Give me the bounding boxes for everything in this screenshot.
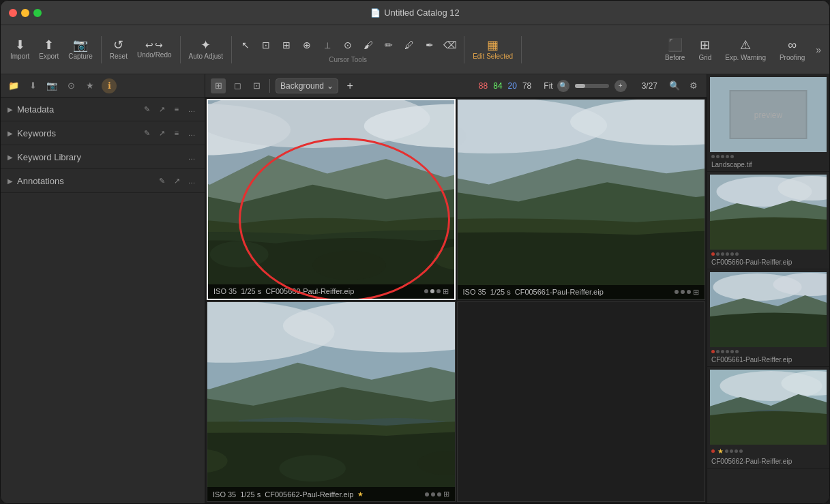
keyword-library-section-header[interactable]: ▶ Keyword Library … <box>1 145 205 168</box>
dot-2 <box>430 289 434 293</box>
more-button[interactable]: » <box>813 42 824 58</box>
zoom-in-button[interactable]: + <box>614 80 627 92</box>
edit-selected-button[interactable]: ▦ Edit Selected <box>469 36 517 63</box>
photo-cell-4[interactable] <box>457 301 706 503</box>
cursor-tool-erase[interactable]: ⌫ <box>441 35 460 55</box>
landscape-svg-2 <box>458 100 705 299</box>
before-button[interactable]: ⬛ Before <box>659 35 690 64</box>
metadata-more-icon[interactable]: … <box>186 103 198 115</box>
keywords-more-icon[interactable]: … <box>186 127 198 139</box>
photo-cell-3[interactable]: ISO 35 1/25 s CF005662-Paul-Reiffer.eip … <box>207 301 456 503</box>
auto-adjust-icon: ✦ <box>201 39 211 51</box>
minimize-button[interactable] <box>21 9 29 17</box>
cursor-tool-spot[interactable]: ⊙ <box>338 35 357 55</box>
sidebar-clone-icon[interactable]: ⊙ <box>63 78 78 93</box>
export-button[interactable]: ⬆ Export <box>35 36 63 63</box>
sidebar-capture-icon[interactable]: 📷 <box>44 78 59 93</box>
filmstrip-dot-4c <box>735 449 738 453</box>
metadata-chevron: ▶ <box>8 106 13 113</box>
cursor-tool-heal[interactable]: 🖊 <box>400 35 419 55</box>
filmstrip-dot-3 <box>721 155 724 158</box>
keyword-library-more-icon[interactable]: … <box>186 151 198 163</box>
keywords-section-header[interactable]: ▶ Keywords ✎ ↗ ≡ … <box>1 121 205 145</box>
background-selector[interactable]: Background ⌄ <box>276 78 338 93</box>
grid-view-button[interactable]: ⊞ <box>211 78 226 93</box>
filmstrip-thumbnail-3 <box>710 272 827 347</box>
keywords-list-icon[interactable]: ≡ <box>171 127 183 139</box>
metadata-list-icon[interactable]: ≡ <box>171 103 183 115</box>
compare-view-button[interactable]: ⊡ <box>249 78 264 93</box>
dot-9 <box>437 492 441 496</box>
annotations-edit-icon[interactable]: ✎ <box>155 175 168 187</box>
sidebar-star-icon[interactable]: ★ <box>83 78 98 93</box>
cursor-tool-straighten[interactable]: ⟂ <box>318 35 337 55</box>
filmstrip-red-dot-3 <box>711 350 715 353</box>
auto-adjust-button[interactable]: ✦ Auto Adjust <box>185 36 228 63</box>
cursor-tool-pencil[interactable]: ✒ <box>420 35 439 55</box>
cursor-tool-select[interactable]: ↖ <box>236 35 255 55</box>
filmstrip-dot-2e <box>735 252 739 256</box>
proofing-button[interactable]: ∞ Proofing <box>774 35 810 64</box>
filmstrip-dot-2b <box>721 252 724 256</box>
settings-button[interactable]: ⚙ <box>686 78 701 93</box>
cursor-tool-transform[interactable]: ⊞ <box>277 35 296 55</box>
metadata-arrow-icon[interactable]: ↗ <box>155 103 168 115</box>
divider-2 <box>180 36 181 63</box>
filmstrip-dot-3e <box>735 350 739 353</box>
filmstrip: preview Landscape.tif <box>707 74 829 503</box>
filmstrip-item-2[interactable]: CF005660-Paul-Reiffer.eip <box>707 172 829 269</box>
filmstrip-dots-3 <box>711 350 739 353</box>
metadata-section-header[interactable]: ▶ Metadata ✎ ↗ ≡ … <box>1 98 205 121</box>
window-title: 📄 Untitled Catalog 12 <box>370 8 460 18</box>
rgb-g-value: 84 <box>493 81 502 91</box>
filmstrip-item-4[interactable]: ★ CF005662-Paul-Reiffer.eip <box>707 367 829 469</box>
photo-iso-2: ISO 35 <box>463 288 486 296</box>
annotations-section-header[interactable]: ▶ Annotations ✎ ↗ … <box>1 169 205 192</box>
maximize-button[interactable] <box>33 9 42 17</box>
filmstrip-dot-2 <box>716 155 720 158</box>
capture-button[interactable]: 📷 Capture <box>64 36 97 63</box>
filmstrip-dot-1 <box>711 155 715 158</box>
filmstrip-item-1[interactable]: preview Landscape.tif <box>707 74 829 172</box>
undo-redo-button[interactable]: ↩ ↪ Undo/Redo <box>133 38 176 61</box>
keywords-arrow-icon[interactable]: ↗ <box>155 127 168 139</box>
keywords-edit-icon[interactable]: ✎ <box>140 127 153 139</box>
filmstrip-dot-2d <box>730 252 734 256</box>
add-background-button[interactable]: + <box>342 78 357 93</box>
sidebar-import-icon[interactable]: ⬇ <box>25 78 40 93</box>
before-icon: ⬛ <box>668 38 683 53</box>
dot-8 <box>431 492 435 496</box>
single-view-button[interactable]: ◻ <box>230 78 245 93</box>
cursor-tool-warp[interactable]: ⊕ <box>297 35 316 55</box>
landscape-svg-3 <box>207 302 455 502</box>
photo-cell-2[interactable]: ISO 35 1/25 s CF005661-Paul-Reiffer.eip … <box>457 99 706 300</box>
filmstrip-info-4: ★ <box>710 445 827 456</box>
zoom-out-button[interactable]: 🔍 <box>557 80 569 92</box>
search-button[interactable]: 🔍 <box>667 78 682 93</box>
annotations-more-icon[interactable]: … <box>186 175 198 187</box>
edit-selected-icon: ▦ <box>487 39 499 51</box>
filmstrip-item-3[interactable]: CF005661-Paul-Reiffer.eip <box>707 269 829 367</box>
reset-button[interactable]: ↺ Reset <box>106 36 132 63</box>
photo-cell-1[interactable]: ISO 35 1/25 s CF005660-Paul-Reiffer.eip … <box>207 99 456 300</box>
cursor-tool-crop[interactable]: ⊡ <box>256 35 276 55</box>
exp-warning-button[interactable]: ⚠ Exp. Warning <box>720 35 771 64</box>
traffic-lights <box>9 9 42 17</box>
close-button[interactable] <box>9 9 17 17</box>
sidebar-info-icon[interactable]: ℹ <box>102 78 117 93</box>
filmstrip-dot-5 <box>730 155 734 158</box>
star-rating-3: ★ <box>357 490 364 498</box>
grid-button[interactable]: ⊞ Grid <box>693 35 717 64</box>
annotations-arrow-icon[interactable]: ↗ <box>171 175 183 187</box>
import-button[interactable]: ⬇ Import <box>6 36 33 63</box>
photo-info-bar-3: ISO 35 1/25 s CF005662-Paul-Reiffer.eip … <box>207 487 455 501</box>
cursor-tool-clone[interactable]: ✏ <box>379 35 398 55</box>
filmstrip-thumbnail-1: preview <box>710 77 827 152</box>
sidebar-section-metadata: ▶ Metadata ✎ ↗ ≡ … <box>1 98 205 121</box>
metadata-edit-icon[interactable]: ✎ <box>140 103 153 115</box>
rgb-extra-value: 78 <box>522 81 531 91</box>
redo-icon: ↪ <box>155 40 163 50</box>
sidebar-folder-icon[interactable]: 📁 <box>6 78 21 93</box>
filmstrip-dot-3a <box>716 350 720 353</box>
cursor-tool-brush[interactable]: 🖌 <box>359 35 378 55</box>
